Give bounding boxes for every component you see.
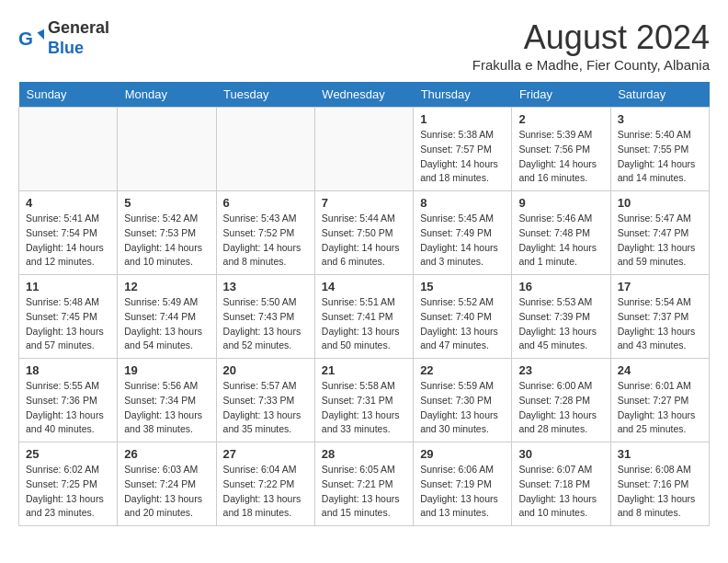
day-info: Sunrise: 5:44 AMSunset: 7:50 PMDaylight:… [322,212,406,270]
col-header-thursday: Thursday [414,82,512,108]
empty-cell [216,108,314,191]
day-number: 30 [518,447,603,461]
day-cell-14: 14Sunrise: 5:51 AMSunset: 7:41 PMDayligh… [314,275,413,359]
day-cell-18: 18Sunrise: 5:55 AMSunset: 7:36 PMDayligh… [19,359,118,442]
day-info: Sunrise: 6:04 AMSunset: 7:22 PMDaylight:… [223,463,308,521]
day-info: Sunrise: 6:05 AMSunset: 7:21 PMDaylight:… [322,463,406,521]
day-info: Sunrise: 5:45 AMSunset: 7:49 PMDaylight:… [420,212,505,270]
day-cell-2: 2Sunrise: 5:39 AMSunset: 7:56 PMDaylight… [512,108,610,191]
empty-cell [19,108,118,191]
day-number: 3 [618,112,702,126]
col-header-monday: Monday [118,82,216,108]
header-row: SundayMondayTuesdayWednesdayThursdayFrid… [19,82,710,108]
day-number: 9 [518,196,603,210]
day-number: 24 [618,363,702,377]
day-cell-16: 16Sunrise: 5:53 AMSunset: 7:39 PMDayligh… [512,275,610,359]
day-number: 5 [124,196,209,210]
day-cell-23: 23Sunrise: 6:00 AMSunset: 7:28 PMDayligh… [512,359,610,442]
day-info: Sunrise: 6:06 AMSunset: 7:19 PMDaylight:… [420,463,505,521]
day-number: 19 [124,363,209,377]
day-number: 13 [223,280,308,293]
day-number: 27 [223,447,308,461]
logo: G General Blue [18,18,109,58]
day-cell-8: 8Sunrise: 5:45 AMSunset: 7:49 PMDaylight… [414,191,512,275]
day-info: Sunrise: 5:42 AMSunset: 7:53 PMDaylight:… [124,212,209,270]
day-info: Sunrise: 6:02 AMSunset: 7:25 PMDaylight:… [26,463,110,521]
day-cell-13: 13Sunrise: 5:50 AMSunset: 7:43 PMDayligh… [216,275,314,359]
logo-icon: G [18,26,44,52]
day-cell-7: 7Sunrise: 5:44 AMSunset: 7:50 PMDaylight… [314,191,413,275]
day-number: 11 [26,280,110,293]
day-number: 17 [618,280,702,293]
col-header-wednesday: Wednesday [314,82,413,108]
day-number: 23 [518,363,603,377]
day-cell-30: 30Sunrise: 6:07 AMSunset: 7:18 PMDayligh… [512,442,610,526]
day-info: Sunrise: 6:07 AMSunset: 7:18 PMDaylight:… [518,463,603,521]
day-number: 12 [124,280,209,293]
week-row-3: 11Sunrise: 5:48 AMSunset: 7:45 PMDayligh… [19,275,710,359]
day-number: 1 [420,112,505,126]
day-info: Sunrise: 5:46 AMSunset: 7:48 PMDaylight:… [518,212,603,270]
svg-text:G: G [18,27,33,48]
day-info: Sunrise: 5:41 AMSunset: 7:54 PMDaylight:… [26,212,110,270]
day-info: Sunrise: 5:58 AMSunset: 7:31 PMDaylight:… [322,379,406,437]
day-number: 28 [322,447,406,461]
day-cell-12: 12Sunrise: 5:49 AMSunset: 7:44 PMDayligh… [118,275,216,359]
day-cell-31: 31Sunrise: 6:08 AMSunset: 7:16 PMDayligh… [610,442,709,526]
day-info: Sunrise: 5:40 AMSunset: 7:55 PMDaylight:… [618,128,702,186]
month-year: August 2024 [472,18,710,57]
day-cell-10: 10Sunrise: 5:47 AMSunset: 7:47 PMDayligh… [610,191,709,275]
day-number: 2 [518,112,603,126]
empty-cell [118,108,216,191]
day-info: Sunrise: 5:53 AMSunset: 7:39 PMDaylight:… [518,295,603,353]
day-info: Sunrise: 5:49 AMSunset: 7:44 PMDaylight:… [124,295,209,353]
day-info: Sunrise: 6:01 AMSunset: 7:27 PMDaylight:… [618,379,702,437]
title-block: August 2024 Frakulla e Madhe, Fier Count… [472,18,710,73]
day-number: 14 [322,280,406,293]
day-info: Sunrise: 5:55 AMSunset: 7:36 PMDaylight:… [26,379,110,437]
day-number: 20 [223,363,308,377]
day-number: 29 [420,447,505,461]
day-info: Sunrise: 5:51 AMSunset: 7:41 PMDaylight:… [322,295,406,353]
day-info: Sunrise: 5:50 AMSunset: 7:43 PMDaylight:… [223,295,308,353]
day-cell-15: 15Sunrise: 5:52 AMSunset: 7:40 PMDayligh… [414,275,512,359]
col-header-tuesday: Tuesday [216,82,314,108]
svg-marker-1 [38,29,44,39]
day-info: Sunrise: 5:43 AMSunset: 7:52 PMDaylight:… [223,212,308,270]
day-number: 8 [420,196,505,210]
day-cell-20: 20Sunrise: 5:57 AMSunset: 7:33 PMDayligh… [216,359,314,442]
day-info: Sunrise: 5:54 AMSunset: 7:37 PMDaylight:… [618,295,702,353]
day-cell-26: 26Sunrise: 6:03 AMSunset: 7:24 PMDayligh… [118,442,216,526]
day-number: 4 [26,196,110,210]
day-number: 31 [618,447,702,461]
day-info: Sunrise: 5:39 AMSunset: 7:56 PMDaylight:… [518,128,603,186]
day-number: 10 [618,196,702,210]
day-number: 26 [124,447,209,461]
col-header-friday: Friday [512,82,610,108]
empty-cell [314,108,413,191]
day-info: Sunrise: 5:57 AMSunset: 7:33 PMDaylight:… [223,379,308,437]
day-number: 16 [518,280,603,293]
day-cell-17: 17Sunrise: 5:54 AMSunset: 7:37 PMDayligh… [610,275,709,359]
week-row-1: 1Sunrise: 5:38 AMSunset: 7:57 PMDaylight… [19,108,710,191]
day-cell-22: 22Sunrise: 5:59 AMSunset: 7:30 PMDayligh… [414,359,512,442]
day-number: 18 [26,363,110,377]
day-info: Sunrise: 6:03 AMSunset: 7:24 PMDaylight:… [124,463,209,521]
day-info: Sunrise: 5:47 AMSunset: 7:47 PMDaylight:… [618,212,702,270]
day-info: Sunrise: 5:52 AMSunset: 7:40 PMDaylight:… [420,295,505,353]
day-info: Sunrise: 5:56 AMSunset: 7:34 PMDaylight:… [124,379,209,437]
location: Frakulla e Madhe, Fier County, Albania [472,57,710,73]
day-number: 22 [420,363,505,377]
day-number: 7 [322,196,406,210]
day-number: 15 [420,280,505,293]
week-row-5: 25Sunrise: 6:02 AMSunset: 7:25 PMDayligh… [19,442,710,526]
day-cell-24: 24Sunrise: 6:01 AMSunset: 7:27 PMDayligh… [610,359,709,442]
day-cell-9: 9Sunrise: 5:46 AMSunset: 7:48 PMDaylight… [512,191,610,275]
day-cell-25: 25Sunrise: 6:02 AMSunset: 7:25 PMDayligh… [19,442,118,526]
logo-text: General Blue [48,18,109,58]
day-cell-1: 1Sunrise: 5:38 AMSunset: 7:57 PMDaylight… [414,108,512,191]
day-cell-28: 28Sunrise: 6:05 AMSunset: 7:21 PMDayligh… [314,442,413,526]
day-cell-21: 21Sunrise: 5:58 AMSunset: 7:31 PMDayligh… [314,359,413,442]
day-cell-4: 4Sunrise: 5:41 AMSunset: 7:54 PMDaylight… [19,191,118,275]
day-info: Sunrise: 6:08 AMSunset: 7:16 PMDaylight:… [618,463,702,521]
